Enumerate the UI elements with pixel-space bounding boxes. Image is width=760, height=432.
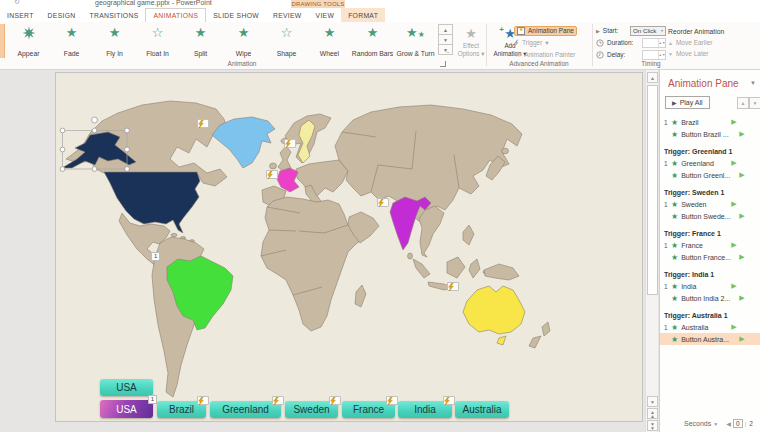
ribbon: Appear ★ Fade ★ Fly In ☆ Float In ★ Spli…: [0, 22, 760, 70]
double-star-icon: ★★: [406, 26, 425, 41]
play-all-button[interactable]: ▶Play All: [665, 96, 710, 109]
star-icon: ★: [238, 26, 250, 39]
tab-insert[interactable]: INSERT: [0, 8, 41, 22]
slide-button-brazil[interactable]: Brazil: [157, 401, 206, 418]
animation-item[interactable]: 1★India▶: [660, 280, 760, 292]
animation-item[interactable]: 1★France▶: [660, 239, 760, 251]
previous-slide-button[interactable]: ▲ ▲: [647, 408, 658, 419]
undo-icon[interactable]: ↻: [14, 0, 20, 6]
pane-move-up-button[interactable]: ▲: [737, 97, 749, 109]
slide-button-usa-purple[interactable]: USA 1: [100, 400, 153, 418]
play-trigger-icon: ▶: [739, 212, 744, 220]
trigger-group-header[interactable]: Trigger: Sweden 1: [660, 186, 760, 198]
animation-item[interactable]: 1★Brazil▶: [660, 116, 760, 128]
entrance-star-icon: ★: [671, 159, 678, 168]
document-title: geographical game.pptx - PowerPoint: [95, 0, 212, 6]
star-icon: ☆: [152, 26, 164, 39]
trigger-bolt-badge-india: [377, 198, 389, 207]
tab-animations[interactable]: ANIMATIONS: [145, 8, 206, 22]
tab-review[interactable]: REVIEW: [266, 8, 309, 22]
appear-burst-icon: [22, 26, 36, 40]
trigger-bolt-icon: [272, 396, 284, 405]
trigger-button[interactable]: Trigger ▾: [514, 37, 590, 48]
move-earlier-button[interactable]: ▲Move Earlier: [668, 37, 760, 48]
tab-format[interactable]: FORMAT: [341, 8, 385, 22]
play-trigger-icon: ▶: [739, 130, 744, 138]
star-icon: ★: [465, 26, 477, 41]
title-bar: ↻ geographical game.pptx - PowerPoint DR…: [0, 0, 760, 8]
map-island-madagascar: [355, 285, 366, 307]
trigger-group-header[interactable]: Trigger: Australia 1: [660, 309, 760, 321]
pane-menu-chevron-icon[interactable]: ▼: [750, 80, 756, 86]
gallery-item-split[interactable]: ★ Split: [179, 24, 222, 58]
slide-button-sweden[interactable]: Sweden: [285, 401, 338, 418]
entrance-star-icon: ★: [671, 130, 678, 139]
gallery-item-wheel[interactable]: ★ Wheel: [308, 24, 351, 58]
entrance-star-icon: ★: [671, 118, 678, 127]
next-slide-button[interactable]: ▼ ▼: [647, 420, 658, 431]
move-later-button[interactable]: ▼Move Later: [668, 48, 760, 59]
start-dropdown[interactable]: On Click▾: [630, 26, 666, 36]
map-country-greenland[interactable]: [212, 117, 275, 168]
powerpoint-window: ↻ geographical game.pptx - PowerPoint DR…: [0, 0, 760, 432]
gallery-item-fly-in[interactable]: ★ Fly In: [93, 24, 136, 58]
map-country-usa-mainland[interactable]: [104, 172, 200, 233]
slide-button-india[interactable]: India: [398, 401, 452, 418]
rotation-handle[interactable]: [92, 117, 98, 123]
slide-button-greenland[interactable]: Greenland: [210, 401, 281, 418]
animation-pane-button[interactable]: Animation Pane: [514, 26, 577, 36]
delay-spinner[interactable]: ▲▼: [642, 50, 666, 60]
star-icon: ★: [367, 26, 379, 39]
animation-item[interactable]: ★Button Swede...▶: [660, 210, 760, 222]
animation-item[interactable]: 1★Greenland▶: [660, 157, 760, 169]
entrance-star-icon: ★: [671, 323, 678, 332]
animation-painter-button[interactable]: ★ Animation Painter: [514, 49, 590, 60]
slide-button-australia[interactable]: Australia: [455, 401, 509, 418]
contextual-tab-group: FORMAT: [341, 8, 385, 22]
animation-item[interactable]: ★Button India 2...▶: [660, 292, 760, 304]
slide-button-usa-teal[interactable]: USA: [100, 379, 153, 396]
animation-item-selected[interactable]: ★Button Austra...▶: [660, 333, 760, 345]
entrance-star-icon: ★: [671, 294, 678, 303]
animation-item[interactable]: 1★Australia▶: [660, 321, 760, 333]
star-icon: ★: [324, 26, 336, 39]
slide-button-france[interactable]: France: [342, 401, 395, 418]
scroll-up-button[interactable]: ▲: [647, 72, 658, 83]
gallery-item-shape[interactable]: ☆ Shape: [265, 24, 308, 58]
scrollbar-thumb[interactable]: [647, 85, 658, 295]
gallery-expand[interactable]: ▼̲: [438, 44, 453, 55]
timeline-zoom-out-icon[interactable]: ◀: [726, 420, 731, 427]
tab-transitions[interactable]: TRANSITIONS: [82, 8, 145, 22]
play-trigger-icon: ▶: [731, 159, 736, 167]
tab-view[interactable]: VIEW: [309, 8, 342, 22]
gallery-item-fade[interactable]: ★ Fade: [50, 24, 93, 58]
tab-design[interactable]: DESIGN: [41, 8, 83, 22]
animation-item[interactable]: ★Button Greenl...▶: [660, 169, 760, 181]
entrance-star-icon: ★: [671, 200, 678, 209]
map-country-australia[interactable]: [463, 286, 525, 334]
effect-options-button[interactable]: ★ EffectOptions ▾: [455, 24, 487, 57]
gallery-item-wipe[interactable]: ★ Wipe: [222, 24, 265, 58]
animation-item[interactable]: 1★Sweden▶: [660, 198, 760, 210]
play-trigger-icon: ▶: [731, 118, 736, 126]
gallery-item-appear[interactable]: Appear: [7, 24, 50, 58]
timing-column: ▶ Start: On Click▾ Duration: ▲▼ Delay: ▲…: [596, 25, 666, 61]
play-trigger-icon: ▶: [739, 171, 744, 179]
map-country-australia-tasmania[interactable]: [497, 336, 506, 345]
slide-canvas[interactable]: 1 USA USA 1 Brazil Greenland Sweden: [55, 72, 643, 422]
gallery-item-random-bars[interactable]: ★ Random Bars: [351, 24, 394, 58]
tab-slide-show[interactable]: SLIDE SHOW: [206, 8, 266, 22]
trigger-group-header[interactable]: Trigger: France 1: [660, 227, 760, 239]
animation-item[interactable]: ★Button France...▶: [660, 251, 760, 263]
play-trigger-icon: ▶: [731, 200, 736, 208]
seconds-dropdown[interactable]: Seconds ▼: [684, 420, 718, 427]
trigger-group-header[interactable]: Trigger: Greenland 1: [660, 145, 760, 157]
trigger-group-header[interactable]: Trigger: India 1: [660, 268, 760, 280]
gallery-item-grow-turn[interactable]: ★★ Grow & Turn: [394, 24, 437, 58]
duration-spinner[interactable]: ▲▼: [642, 38, 666, 48]
animation-item[interactable]: ★Button Brazil ...▶: [660, 128, 760, 140]
trigger-bolt-icon: [443, 396, 455, 405]
pane-move-down-button[interactable]: ▼: [749, 97, 760, 109]
gallery-item-float-in[interactable]: ☆ Float In: [136, 24, 179, 58]
scroll-down-button[interactable]: ▼: [647, 396, 658, 407]
